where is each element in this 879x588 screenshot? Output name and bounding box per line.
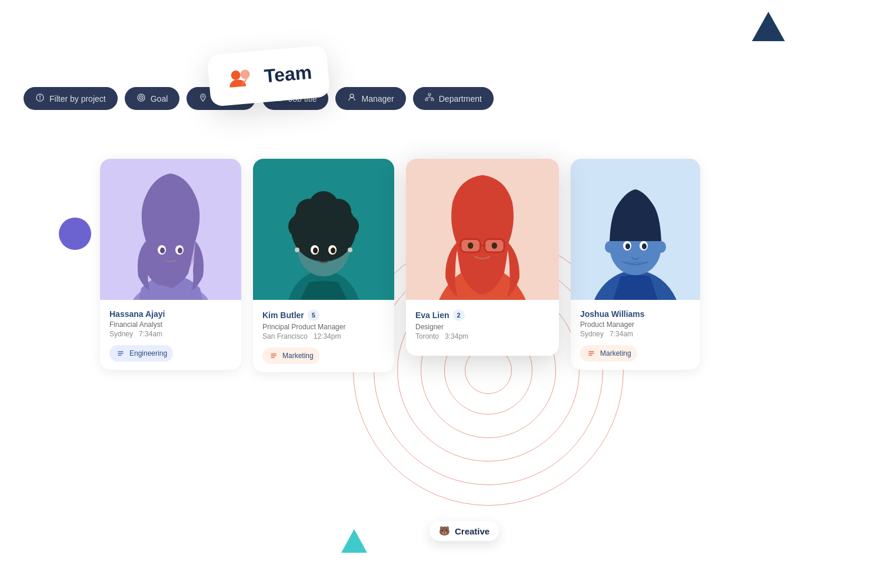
creative-tag-label: Creative xyxy=(455,526,490,536)
avatar-hassana xyxy=(100,159,241,300)
filter-department-pill[interactable]: Department xyxy=(413,87,494,110)
svg-point-44 xyxy=(468,242,473,249)
kim-badge: 5 xyxy=(308,309,319,321)
card-tag-joshua: Marketing xyxy=(580,345,637,362)
card-name-eva: Eva Lien 2 xyxy=(415,309,550,321)
avatar-joshua xyxy=(571,159,700,300)
svg-point-49 xyxy=(657,241,666,253)
card-tag-hassana: Engineering xyxy=(109,345,173,362)
card-location-kim: San Francisco 12:34pm xyxy=(262,332,385,340)
card-location-joshua: Sydney 7:34am xyxy=(580,330,691,338)
avatar-eva xyxy=(406,159,559,300)
filter-project-pill[interactable]: Filter by project xyxy=(24,87,118,110)
card-location-eva: Toronto 3:34pm xyxy=(415,332,550,340)
filter-department-icon xyxy=(425,93,434,104)
card-info-joshua: Joshua Williams Product Manager Sydney 7… xyxy=(571,300,700,370)
team-floating-card: Team xyxy=(207,45,331,106)
svg-point-30 xyxy=(295,248,299,252)
card-tag-kim: Marketing xyxy=(262,348,319,364)
filter-project-label: Filter by project xyxy=(49,94,106,103)
person-card-hassana[interactable]: Hassana Ajayi Financial Analyst Sydney 7… xyxy=(100,159,241,370)
person-card-joshua[interactable]: Joshua Williams Product Manager Sydney 7… xyxy=(571,159,700,370)
card-info-kim: Kim Butler 5 Principal Product Manager S… xyxy=(253,300,394,372)
svg-point-53 xyxy=(642,243,647,249)
card-role-kim: Principal Product Manager xyxy=(262,323,385,331)
team-icon xyxy=(224,62,257,95)
card-name-kim: Kim Butler 5 xyxy=(262,309,385,321)
svg-point-31 xyxy=(348,248,352,252)
svg-point-20 xyxy=(178,248,182,253)
filter-goal-label: Goal xyxy=(151,94,168,103)
svg-point-52 xyxy=(625,243,630,249)
svg-point-45 xyxy=(492,242,497,249)
svg-point-19 xyxy=(160,248,165,253)
svg-point-5 xyxy=(141,97,142,98)
avatar-kim xyxy=(253,159,394,300)
tag-icon-joshua xyxy=(586,348,597,359)
card-info-eva: Eva Lien 2 Designer Toronto 3:34pm xyxy=(406,300,559,356)
person-card-kim[interactable]: Kim Butler 5 Principal Product Manager S… xyxy=(253,159,394,372)
tag-icon-hassana xyxy=(115,348,126,359)
filter-goal-icon xyxy=(136,93,146,104)
svg-point-29 xyxy=(309,191,338,220)
triangle-decoration-bottom xyxy=(341,529,367,553)
svg-point-48 xyxy=(605,241,614,253)
filter-manager-pill[interactable]: Manager xyxy=(335,87,405,110)
circle-decoration xyxy=(59,218,91,250)
filter-manager-label: Manager xyxy=(361,94,394,103)
eva-badge: 2 xyxy=(453,309,465,321)
card-name-hassana: Hassana Ajayi xyxy=(109,309,232,319)
svg-rect-9 xyxy=(428,93,431,95)
svg-point-2 xyxy=(39,98,41,99)
svg-point-6 xyxy=(202,96,204,98)
card-location-hassana: Sydney 7:34am xyxy=(109,330,232,338)
svg-point-35 xyxy=(331,248,335,253)
card-role-eva: Designer xyxy=(415,323,550,331)
filter-department-label: Department xyxy=(439,94,482,103)
card-role-hassana: Financial Analyst xyxy=(109,320,232,329)
creative-tag-floating: 🐻 Creative xyxy=(429,521,499,541)
svg-point-12 xyxy=(231,70,241,80)
svg-rect-11 xyxy=(431,99,434,101)
svg-point-8 xyxy=(350,94,354,98)
filter-project-icon xyxy=(35,93,45,104)
person-cards-area: Hassana Ajayi Financial Analyst Sydney 7… xyxy=(100,159,700,372)
card-role-joshua: Product Manager xyxy=(580,320,691,329)
tag-icon-kim xyxy=(268,350,279,361)
svg-rect-10 xyxy=(425,99,428,101)
team-card-label: Team xyxy=(263,61,312,87)
creative-tag-emoji: 🐻 xyxy=(439,526,450,536)
person-card-eva[interactable]: Eva Lien 2 Designer Toronto 3:34pm xyxy=(406,159,559,356)
card-name-joshua: Joshua Williams xyxy=(580,309,691,319)
filter-manager-icon xyxy=(347,93,357,104)
filter-bar: Filter by project Goal Location Job titl… xyxy=(0,87,879,110)
svg-point-34 xyxy=(313,248,318,253)
filter-goal-pill[interactable]: Goal xyxy=(125,87,180,110)
card-info-hassana: Hassana Ajayi Financial Analyst Sydney 7… xyxy=(100,300,241,370)
svg-point-13 xyxy=(240,69,250,79)
triangle-decoration-top xyxy=(752,12,785,41)
filter-location-icon xyxy=(198,93,208,104)
